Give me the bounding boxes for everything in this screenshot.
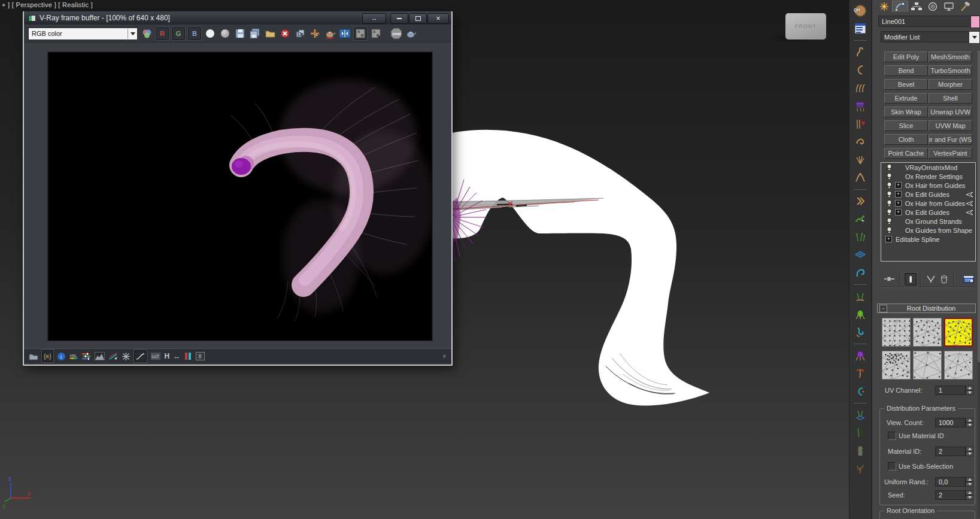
render-canvas[interactable] bbox=[48, 52, 432, 341]
spinner-up[interactable] bbox=[966, 477, 973, 482]
distribution-face-center-thumbnail[interactable] bbox=[944, 351, 973, 380]
configure-modifier-sets-button[interactable] bbox=[962, 273, 975, 285]
visibility-bulb-icon[interactable] bbox=[886, 190, 893, 198]
vray-frame-buffer-window[interactable]: V-Ray frame buffer - [100% of 640 x 480]… bbox=[23, 11, 453, 366]
channel-selector-dropdown[interactable]: RGB color bbox=[28, 28, 138, 40]
material-id-value[interactable]: 2 bbox=[935, 447, 966, 456]
make-unique-button[interactable] bbox=[925, 273, 937, 285]
stack-item[interactable]: Ox Ground Strands bbox=[881, 217, 975, 226]
uniform-rand-spinner[interactable]: 0,0 bbox=[935, 477, 973, 487]
ox-guides-icon[interactable] bbox=[852, 229, 869, 245]
uniform-rand-value[interactable]: 0,0 bbox=[935, 477, 966, 487]
curves-icon[interactable] bbox=[108, 351, 118, 362]
ox-spray-icon[interactable] bbox=[852, 151, 869, 168]
modifier-button[interactable]: Point Cache bbox=[884, 148, 928, 159]
modifier-button[interactable]: VertexPaint bbox=[929, 148, 972, 159]
expand-icon[interactable]: + bbox=[895, 182, 902, 189]
modifier-button[interactable]: Bevel bbox=[884, 79, 928, 90]
spinner-up[interactable] bbox=[966, 447, 973, 451]
spinner-up[interactable] bbox=[966, 386, 973, 390]
stereo-icon[interactable]: ↔ bbox=[173, 351, 180, 362]
tab-modify[interactable] bbox=[892, 1, 908, 12]
modifier-button[interactable]: Extrude bbox=[884, 93, 928, 104]
ox-push-hair-icon[interactable] bbox=[852, 116, 869, 132]
modifier-button[interactable]: MeshSmooth bbox=[929, 51, 972, 62]
ox-teal-curve-icon[interactable] bbox=[852, 383, 869, 400]
ox-strands-on-plane-icon[interactable] bbox=[852, 406, 869, 423]
ox-comb-icon[interactable] bbox=[852, 98, 869, 114]
modifier-button[interactable]: Cloth bbox=[884, 134, 928, 145]
green-channel-button[interactable]: G bbox=[172, 27, 185, 40]
tab-utilities[interactable] bbox=[957, 1, 973, 12]
object-name-field[interactable]: Line001 bbox=[878, 16, 971, 27]
modifier-button[interactable]: ir and Fur (WS bbox=[929, 134, 972, 145]
vfb-title-bar[interactable]: V-Ray frame buffer - [100% of 640 x 480]… bbox=[24, 11, 451, 25]
spinner-down[interactable] bbox=[966, 482, 973, 487]
seed-value[interactable]: 2 bbox=[935, 490, 966, 500]
modifier-list-dropdown-arrow[interactable] bbox=[969, 31, 980, 44]
ox-braid-icon[interactable] bbox=[852, 442, 869, 459]
expand-icon[interactable]: + bbox=[885, 236, 892, 242]
display-in-viewport-icon[interactable] bbox=[965, 201, 973, 207]
modifier-list-dropdown[interactable]: Modifier List bbox=[881, 31, 972, 43]
spinner-down[interactable] bbox=[966, 390, 973, 395]
stack-item[interactable]: +Ox Edit Guides bbox=[881, 190, 975, 199]
ox-strands-icon[interactable] bbox=[852, 80, 869, 96]
lut-icon[interactable]: LUT bbox=[150, 351, 161, 362]
qh-hair-ball-icon[interactable]: QH bbox=[852, 2, 869, 19]
info-icon[interactable]: i bbox=[57, 351, 66, 362]
stack-item[interactable]: +Ox Hair from Guides bbox=[881, 181, 975, 190]
color-corrections-icon[interactable]: {≡} bbox=[42, 350, 53, 362]
display-in-viewport-icon[interactable] bbox=[965, 210, 973, 216]
rgb-channels-icon[interactable] bbox=[141, 28, 153, 40]
spinner-down[interactable] bbox=[966, 451, 973, 456]
view-count-spinner[interactable]: 1000 bbox=[935, 418, 973, 427]
tab-motion[interactable] bbox=[924, 1, 940, 12]
blue-channel-button[interactable]: B bbox=[188, 27, 201, 40]
mono-channel-button[interactable] bbox=[204, 28, 216, 40]
stop-render-button[interactable]: STOP bbox=[390, 28, 402, 40]
spinner-up[interactable] bbox=[966, 490, 973, 495]
ox-curl-icon[interactable] bbox=[852, 133, 869, 150]
load-image-button[interactable] bbox=[264, 28, 276, 40]
save-image-button[interactable] bbox=[234, 28, 246, 40]
modifier-stack[interactable]: VRayOrnatrixMod Ox Render Settings +Ox H… bbox=[881, 162, 976, 262]
levels-histogram-icon[interactable] bbox=[95, 351, 105, 362]
display-in-viewport-icon[interactable] bbox=[965, 192, 973, 198]
ox-strand-s-icon[interactable] bbox=[852, 44, 869, 60]
use-sub-selection-checkbox[interactable] bbox=[888, 462, 896, 471]
visibility-bulb-icon[interactable] bbox=[886, 199, 893, 207]
render-last-button[interactable] bbox=[324, 28, 336, 40]
visibility-bulb-icon[interactable] bbox=[886, 172, 893, 180]
ab-compare-vertical-button[interactable]: AB bbox=[370, 28, 382, 40]
icc-profile-icon[interactable] bbox=[184, 351, 192, 362]
tab-create[interactable] bbox=[876, 1, 892, 12]
duplicate-to-host-button[interactable] bbox=[294, 28, 306, 40]
modifier-button[interactable]: Unwrap UVW bbox=[929, 107, 972, 117]
modifier-button[interactable]: Edit Poly bbox=[884, 51, 928, 62]
visibility-bulb-icon[interactable] bbox=[886, 226, 893, 234]
tab-hierarchy[interactable] bbox=[908, 1, 924, 12]
vfb-close-button[interactable]: × bbox=[427, 13, 449, 24]
distribution-even-thumbnail-selected[interactable] bbox=[944, 318, 973, 347]
white-balance-icon[interactable]: H bbox=[165, 351, 170, 362]
folder-icon[interactable] bbox=[29, 351, 38, 362]
visibility-bulb-icon[interactable] bbox=[886, 163, 893, 171]
distribution-random-area-thumbnail[interactable] bbox=[913, 318, 942, 347]
vfb-maximize-button[interactable] bbox=[409, 13, 427, 24]
visibility-bulb-icon[interactable] bbox=[886, 217, 893, 225]
modifier-button[interactable]: TurboSmooth bbox=[929, 65, 972, 76]
ox-ground-plane-icon[interactable] bbox=[852, 247, 869, 263]
ox-sprouts-icon[interactable] bbox=[852, 288, 869, 305]
spinner-down[interactable] bbox=[966, 423, 973, 427]
spinner-down[interactable] bbox=[966, 495, 973, 500]
red-channel-button[interactable]: R bbox=[156, 27, 169, 40]
ox-wishbone-icon[interactable] bbox=[852, 169, 869, 186]
viewcube[interactable]: FRONT bbox=[785, 13, 826, 40]
visibility-bulb-icon[interactable] bbox=[886, 181, 893, 189]
object-color-swatch[interactable] bbox=[970, 16, 980, 28]
stack-item[interactable]: +Ox Edit Guides bbox=[881, 208, 975, 217]
ox-curve-icon[interactable] bbox=[852, 62, 869, 78]
pin-stack-button[interactable] bbox=[883, 273, 896, 285]
visibility-bulb-icon[interactable] bbox=[886, 208, 893, 216]
